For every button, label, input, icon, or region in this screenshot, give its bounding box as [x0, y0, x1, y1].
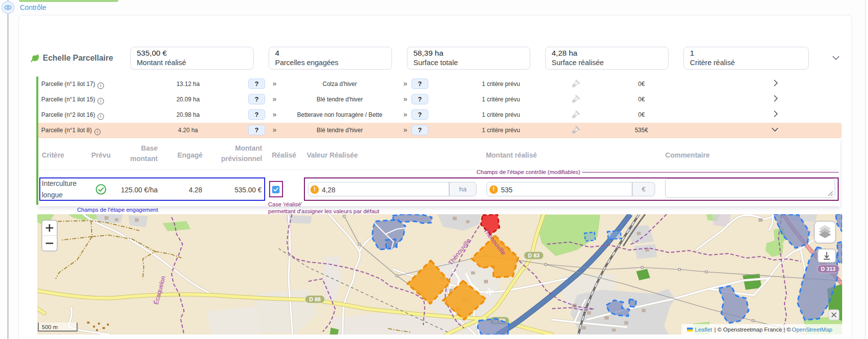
svg-text:D 88: D 88	[309, 296, 320, 302]
svg-text:| © Openstreetmap France | ©: | © Openstreetmap France | ©	[714, 327, 791, 333]
svg-text:Leaflet: Leaflet	[695, 327, 712, 333]
svg-text:OpenStreetMap: OpenStreetMap	[792, 327, 832, 333]
svg-text:500 m: 500 m	[42, 324, 58, 330]
svg-text:D 83: D 83	[528, 253, 539, 258]
svg-text:D 313: D 313	[821, 266, 835, 272]
